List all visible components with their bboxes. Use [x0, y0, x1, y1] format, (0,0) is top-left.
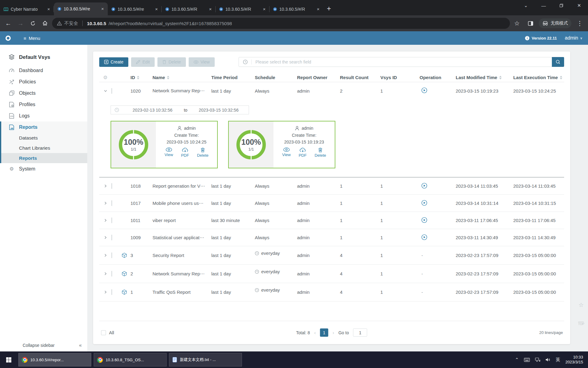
- ime-indicator[interactable]: 英: [556, 357, 560, 363]
- forward-icon[interactable]: →: [15, 18, 26, 29]
- row-checkbox[interactable]: [111, 88, 112, 94]
- bookmark-star-icon[interactable]: ☆: [512, 18, 522, 29]
- expander-icon[interactable]: [104, 89, 107, 93]
- expander-icon[interactable]: [104, 290, 107, 294]
- expander-icon[interactable]: [104, 254, 107, 257]
- sidebar-item-chart-libraries[interactable]: Chart Libraries: [1, 143, 87, 153]
- window-restore-button[interactable]: [552, 0, 570, 11]
- sidebar-item-reports[interactable]: Reports: [1, 121, 87, 133]
- taskbar-app-chrome-2[interactable]: 10.3.60.8_TSG_OS...: [94, 353, 167, 366]
- taskbar-clock[interactable]: 10:33 2023/3/15: [565, 355, 583, 365]
- row-checkbox[interactable]: [111, 235, 112, 240]
- expander-icon[interactable]: [104, 219, 107, 222]
- tray-chevron-up-icon[interactable]: ⌃: [515, 357, 519, 362]
- column-last-modified[interactable]: Last Modified Time: [456, 75, 513, 80]
- browser-tab[interactable]: 10.3.60.5/#/R ×: [162, 3, 216, 15]
- row-checkbox[interactable]: [111, 289, 112, 295]
- run-report-button[interactable]: [420, 217, 427, 223]
- taskbar-app-chrome-1[interactable]: 10.3.60.5/#/repor...: [18, 353, 91, 366]
- back-to-top-button[interactable]: TOP: [578, 322, 584, 326]
- browser-menu-icon[interactable]: ⋮: [575, 18, 585, 29]
- run-report-button[interactable]: [420, 183, 427, 189]
- delete-report-button[interactable]: Delete: [315, 148, 326, 158]
- date-to[interactable]: 2023-03-15 10:32:56: [189, 108, 249, 113]
- window-close-button[interactable]: ✕: [570, 0, 588, 11]
- new-tab-button[interactable]: +: [323, 4, 334, 13]
- table-row[interactable]: 1020 Network Summary Rep⋯ last 1 day Alw…: [99, 82, 564, 99]
- window-minimize-button[interactable]: —: [535, 0, 552, 11]
- goto-page-input[interactable]: [353, 328, 367, 337]
- row-checkbox[interactable]: [111, 200, 112, 206]
- network-icon[interactable]: [535, 358, 540, 362]
- expander-icon[interactable]: [104, 236, 107, 239]
- table-row[interactable]: 1 Traffic QoS Report last 1 day everyday…: [99, 283, 564, 301]
- next-page-icon[interactable]: ›: [333, 330, 334, 335]
- clock-icon[interactable]: [239, 59, 252, 64]
- date-from[interactable]: 2023-02-13 10:32:56: [123, 108, 183, 113]
- column-settings-gear-icon[interactable]: ⚙: [99, 75, 111, 80]
- row-checkbox[interactable]: [111, 217, 112, 223]
- tab-close-icon[interactable]: ×: [46, 6, 51, 12]
- version-info[interactable]: Version 22.11: [525, 36, 557, 40]
- collapse-sidebar-button[interactable]: Collapse sidebar «: [0, 339, 87, 351]
- side-panel-icon[interactable]: [525, 18, 536, 29]
- sidebar-item-logs[interactable]: LOG Logs: [0, 110, 87, 121]
- start-button[interactable]: [0, 351, 17, 368]
- view-report-button[interactable]: View: [164, 148, 173, 158]
- current-page-button[interactable]: 1: [320, 328, 328, 337]
- home-icon[interactable]: [40, 18, 50, 29]
- sidebar-item-datasets[interactable]: Datasets: [1, 133, 87, 143]
- expander-icon[interactable]: [104, 272, 107, 275]
- create-button[interactable]: Create: [99, 57, 128, 67]
- incognito-badge[interactable]: 无痕模式: [539, 18, 571, 28]
- url-bar[interactable]: 不安全 10.3.60.5/#/report?rootMenu=virtual_…: [52, 18, 510, 29]
- sort-icon[interactable]: [560, 76, 562, 79]
- sort-icon[interactable]: [167, 76, 169, 79]
- run-report-button[interactable]: [420, 87, 427, 93]
- search-button[interactable]: [552, 57, 564, 67]
- download-pdf-button[interactable]: PDF: [299, 148, 307, 158]
- touch-keyboard-icon[interactable]: [524, 358, 530, 362]
- report-result-card[interactable]: 100% 1/1 admin Create Time: 2023-03-15 1…: [228, 121, 335, 168]
- sort-icon[interactable]: [137, 76, 139, 79]
- browser-tab[interactable]: 10.3.60.5/#/R ×: [270, 3, 323, 15]
- sidebar-item-objects[interactable]: Objects: [0, 87, 87, 99]
- browser-tab[interactable]: Cyber Narrato ×: [0, 3, 54, 15]
- sidebar-item-dashboard[interactable]: Dashboard: [0, 65, 87, 76]
- download-pdf-button[interactable]: PDF: [181, 148, 189, 158]
- table-row[interactable]: 1011 viber report last 30 minute Always …: [99, 212, 564, 229]
- favorite-star-icon[interactable]: ☆: [579, 301, 584, 309]
- tab-close-icon[interactable]: ×: [100, 6, 105, 12]
- sort-icon[interactable]: [499, 76, 502, 79]
- sidebar-item-profiles[interactable]: Profiles: [0, 99, 87, 110]
- table-row[interactable]: 3 Security Report last 1 day everyday ad…: [99, 246, 564, 265]
- tab-close-icon[interactable]: ×: [208, 6, 213, 12]
- date-range-picker[interactable]: 2023-02-13 10:32:56 to 2023-03-15 10:32:…: [111, 105, 249, 114]
- view-button[interactable]: View: [189, 57, 215, 67]
- back-icon[interactable]: ←: [3, 18, 13, 29]
- tab-close-icon[interactable]: ×: [315, 6, 321, 12]
- run-report-button[interactable]: [420, 200, 427, 206]
- column-id[interactable]: ID: [130, 75, 153, 80]
- sidebar-item-reports-sub[interactable]: Reports: [1, 153, 87, 163]
- browser-tab[interactable]: 10.3.60.5/#/re ×: [108, 3, 162, 15]
- table-row[interactable]: 1018 Report generation for V⋯ last 1 day…: [99, 178, 564, 195]
- tab-close-icon[interactable]: ×: [262, 6, 267, 12]
- expander-icon[interactable]: [104, 184, 107, 188]
- edit-button[interactable]: Edit: [131, 57, 155, 67]
- tab-close-icon[interactable]: ×: [154, 6, 159, 12]
- sidebar-item-policies[interactable]: Policies: [0, 76, 87, 87]
- row-checkbox[interactable]: [111, 183, 112, 189]
- select-all-checkbox[interactable]: [101, 330, 106, 335]
- column-name[interactable]: Name: [153, 75, 211, 80]
- row-checkbox[interactable]: [111, 252, 112, 258]
- table-row[interactable]: 1017 Mobile phone users us⋯ last 1 day A…: [99, 195, 564, 212]
- sidebar-item-default-vsys[interactable]: Default Vsys: [0, 52, 87, 63]
- table-row[interactable]: 1009 Statistical user applicat⋯ last 1 d…: [99, 229, 564, 246]
- sidebar-item-system[interactable]: ⚙ System: [0, 163, 87, 174]
- row-checkbox[interactable]: [111, 271, 112, 277]
- browser-tab-active[interactable]: 10.3.60.5/#/re ×: [54, 2, 108, 15]
- tab-search-icon[interactable]: ⌄: [517, 0, 535, 11]
- menu-button[interactable]: ≡ Menu: [24, 36, 40, 41]
- view-report-button[interactable]: View: [282, 148, 291, 158]
